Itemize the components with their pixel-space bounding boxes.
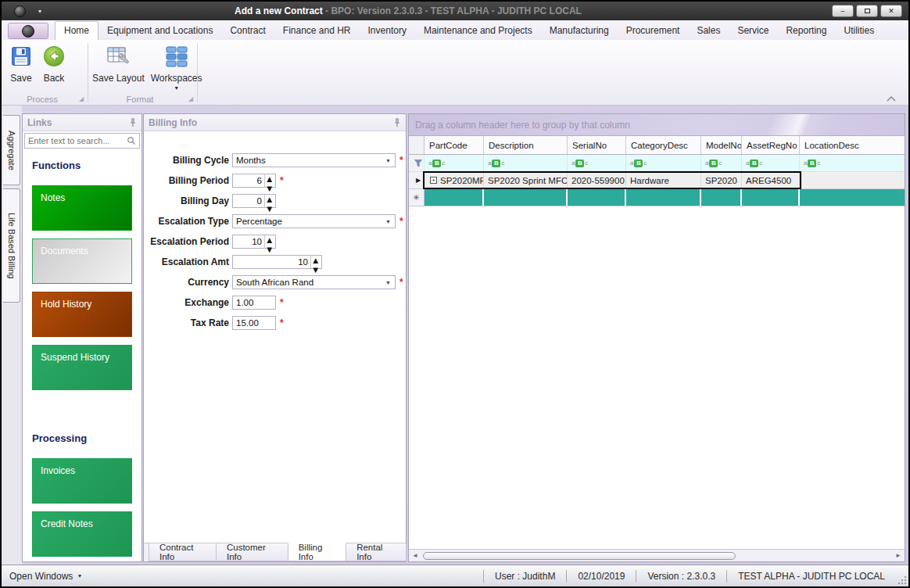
ribbon-tab-inventory[interactable]: Inventory — [360, 22, 415, 40]
dropdown-arrow-icon[interactable]: ▼ — [382, 280, 395, 285]
search-icon[interactable] — [127, 136, 136, 145]
spin-up-icon[interactable]: ▲ — [311, 256, 321, 265]
side-tab-life-based-billing[interactable]: Life Based Billing — [3, 188, 20, 303]
link-button-documents[interactable]: Documents — [32, 238, 132, 284]
field-billing-cycle[interactable]: Months▼ — [232, 153, 396, 167]
ribbon-tab-manufacturing[interactable]: Manufacturing — [541, 22, 618, 40]
field-escalation-amt[interactable]: 10▲▼ — [232, 255, 322, 269]
scroll-left-icon[interactable]: ◄ — [409, 552, 421, 559]
spin-up-icon[interactable]: ▲ — [265, 235, 275, 245]
side-tab-aggregate[interactable]: Aggregate — [3, 115, 20, 185]
spin-up-icon[interactable]: ▲ — [265, 174, 275, 184]
cell-partcode[interactable]: +SP2020MFC — [425, 172, 484, 188]
field-billing-day[interactable]: 0▲▼ — [232, 194, 276, 208]
field-escalation-type[interactable]: Percentage▼ — [232, 214, 396, 228]
ribbon-tab-sales[interactable]: Sales — [688, 22, 729, 40]
grid-horizontal-scrollbar[interactable]: ◄ ► — [409, 549, 905, 561]
filter-cell-modelno[interactable]: aBc — [701, 155, 742, 171]
workspaces-button[interactable]: Workspaces ▼ — [151, 43, 202, 91]
ribbon-tab-finance-and-hr[interactable]: Finance and HR — [274, 22, 360, 40]
column-header-locationdesc[interactable]: LocationDesc — [800, 136, 905, 154]
tab-rental-info[interactable]: Rental Info — [346, 543, 407, 561]
spin-down-icon[interactable]: ▼ — [265, 245, 275, 254]
link-button-notes[interactable]: Notes — [32, 185, 132, 231]
column-header-partcode[interactable]: PartCode — [425, 136, 484, 154]
link-button-credit-notes[interactable]: Credit Notes — [32, 511, 132, 557]
spinner-buttons[interactable]: ▲▼ — [310, 256, 321, 268]
ribbon-collapse-icon[interactable] — [885, 91, 897, 106]
filter-cell-serialno[interactable]: aBc — [568, 155, 626, 171]
save-button[interactable]: Save — [8, 43, 34, 84]
open-windows-button[interactable]: Open Windows ▼ — [9, 571, 82, 582]
minimize-button[interactable]: – — [832, 5, 854, 17]
column-header-assetregno[interactable]: AssetRegNo — [742, 136, 800, 154]
scrollbar-thumb[interactable] — [423, 552, 736, 560]
cell-serialno[interactable]: 2020-559900 — [568, 172, 626, 188]
column-header-modelno[interactable]: ModelNo — [701, 136, 742, 154]
ribbon-tab-procurement[interactable]: Procurement — [618, 22, 689, 40]
cell-locationdesc[interactable] — [800, 172, 905, 188]
format-dialog-launcher-icon[interactable]: ◢ — [188, 95, 193, 102]
cell-categorydesc[interactable]: Hardware — [626, 172, 701, 188]
ribbon-tab-contract[interactable]: Contract — [221, 22, 274, 40]
new-row-cell-assetregno[interactable] — [742, 189, 800, 206]
cell-modelno[interactable]: SP2020 — [701, 172, 742, 188]
grid-group-by-panel[interactable]: Drag a column header here to group by th… — [409, 114, 905, 136]
link-button-suspend-history[interactable]: Suspend History — [32, 345, 132, 390]
column-header-description[interactable]: Description — [484, 136, 568, 154]
spinner-buttons[interactable]: ▲▼ — [264, 235, 275, 248]
new-row-cell-modelno[interactable] — [701, 189, 742, 206]
link-button-invoices[interactable]: Invoices — [32, 458, 132, 504]
field-exchange[interactable]: 1.00 — [232, 296, 276, 310]
tab-customer-info[interactable]: Customer Info — [216, 543, 288, 561]
spin-up-icon[interactable]: ▲ — [265, 195, 275, 204]
field-billing-period[interactable]: 6▲▼ — [232, 174, 276, 188]
filter-cell-description[interactable]: aBc — [484, 155, 568, 171]
back-button[interactable]: Back — [41, 43, 67, 84]
ribbon-tab-maintenance-and-projects[interactable]: Maintenance and Projects — [415, 22, 541, 40]
new-row-cell-description[interactable] — [484, 189, 568, 206]
cell-description[interactable]: SP2020 Sprint MFC — [484, 172, 568, 188]
dropdown-arrow-icon[interactable]: ▼ — [382, 219, 395, 224]
resize-grip[interactable] — [897, 575, 907, 585]
application-button[interactable] — [8, 23, 48, 39]
spinner-buttons[interactable]: ▲▼ — [264, 195, 275, 207]
field-escalation-period[interactable]: 10▲▼ — [232, 235, 276, 249]
new-row-cell-serialno[interactable] — [568, 189, 626, 206]
field-value: Percentage — [233, 217, 382, 226]
maximize-button[interactable] — [856, 5, 878, 17]
close-button[interactable]: ✕ — [880, 5, 902, 17]
filter-cell-partcode[interactable]: aBc — [425, 155, 484, 171]
tab-contract-info[interactable]: Contract Info — [149, 543, 217, 561]
pin-icon[interactable] — [393, 118, 401, 127]
spin-down-icon[interactable]: ▼ — [265, 184, 275, 193]
ribbon-tab-utilities[interactable]: Utilities — [835, 22, 883, 40]
process-dialog-launcher-icon[interactable]: ◢ — [79, 95, 84, 102]
search-input[interactable] — [28, 136, 127, 145]
spin-down-icon[interactable]: ▼ — [265, 204, 275, 213]
expand-row-icon[interactable]: + — [430, 177, 437, 184]
new-row-cell-categorydesc[interactable] — [626, 189, 701, 206]
pin-icon[interactable] — [129, 118, 137, 127]
column-header-serialno[interactable]: SerialNo — [568, 136, 626, 154]
dropdown-arrow-icon[interactable]: ▼ — [382, 158, 395, 163]
filter-cell-categorydesc[interactable]: aBc — [626, 155, 701, 171]
cell-assetregno[interactable]: AREG4500 — [742, 172, 800, 188]
spin-down-icon[interactable]: ▼ — [311, 265, 321, 274]
new-row-cell-locationdesc[interactable] — [800, 189, 905, 206]
filter-cell-locationdesc[interactable]: aBc — [800, 155, 905, 171]
scroll-right-icon[interactable]: ► — [892, 552, 905, 559]
ribbon-tab-reporting[interactable]: Reporting — [777, 22, 835, 40]
field-tax-rate[interactable]: 15.00 — [232, 316, 276, 330]
save-layout-button[interactable]: Save Layout — [92, 43, 145, 84]
new-row-cell-partcode[interactable] — [425, 189, 484, 206]
column-header-categorydesc[interactable]: CategoryDesc — [626, 136, 701, 154]
field-currency[interactable]: South African Rand▼ — [232, 275, 396, 289]
filter-cell-assetregno[interactable]: aBc — [742, 155, 800, 171]
ribbon-tab-home[interactable]: Home — [55, 21, 99, 40]
ribbon-tab-service[interactable]: Service — [729, 22, 777, 40]
ribbon-tab-equipment-and-locations[interactable]: Equipment and Locations — [99, 22, 221, 40]
tab-billing-info[interactable]: Billing Info — [288, 543, 347, 561]
spinner-buttons[interactable]: ▲▼ — [264, 174, 275, 187]
link-button-hold-history[interactable]: Hold History — [32, 292, 132, 337]
